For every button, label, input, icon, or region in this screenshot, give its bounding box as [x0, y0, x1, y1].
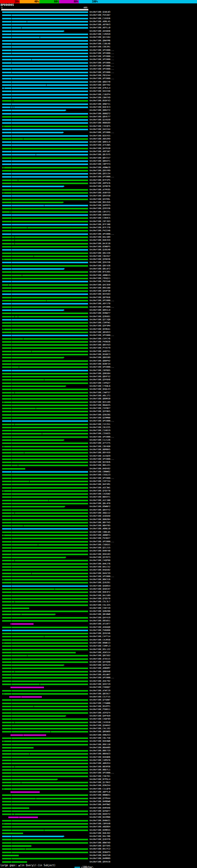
- subject-label[interactable]: UniRef100_UPI000...: [90, 299, 114, 302]
- alignment-bar[interactable]: [2, 833, 23, 834]
- alignment-bar[interactable]: [2, 132, 63, 133]
- subject-label[interactable]: UniRef100_C4YT14: [90, 635, 110, 638]
- subject-label[interactable]: UniRef100_UPI000...: [90, 677, 114, 679]
- alignment-bar[interactable]: [2, 830, 88, 831]
- subject-label[interactable]: UniRef100_P93346: [90, 280, 110, 283]
- alignment-bar[interactable]: [2, 91, 88, 92]
- alignment-bar[interactable]: [2, 103, 88, 105]
- subject-label[interactable]: UniRef100_Q8WYM6: [90, 39, 110, 42]
- subject-label[interactable]: UniRef100_Q16YF6: [90, 838, 110, 841]
- alignment-bar[interactable]: [2, 848, 88, 850]
- subject-label[interactable]: UniRef100_Q60M20: [90, 398, 110, 400]
- subject-label[interactable]: UniRef100_Q3F5M4: [90, 324, 110, 327]
- alignment-bar[interactable]: [2, 43, 88, 45]
- alignment-bar[interactable]: [2, 456, 88, 457]
- subject-label[interactable]: UniRef100_Q38Z8G: [90, 413, 110, 416]
- subject-label[interactable]: UniRef100_Q801L9: [90, 141, 110, 144]
- subject-label[interactable]: UniRef100_A5K514: [90, 651, 110, 654]
- subject-label[interactable]: UniRef100_Q376T3: [90, 556, 110, 559]
- subject-label[interactable]: UniRef100_C9SQ11: [90, 277, 110, 280]
- subject-label[interactable]: UniRef100_UPI000...: [90, 366, 114, 369]
- subject-label[interactable]: UniRef100_C1J126: [90, 439, 110, 441]
- alignment-bar[interactable]: [2, 715, 65, 717]
- alignment-bar[interactable]: [2, 509, 88, 511]
- alignment-bar[interactable]: [2, 68, 88, 70]
- alignment-bar[interactable]: [2, 839, 88, 840]
- subject-label[interactable]: UniRef100_UPI000...: [90, 306, 114, 309]
- subject-label[interactable]: UniRef100_Q93134: [90, 173, 110, 175]
- alignment-bar[interactable]: [2, 436, 88, 438]
- subject-label[interactable]: UniRef100_Q2A042: [90, 724, 110, 727]
- subject-label[interactable]: UniRef100_UPI000...: [90, 68, 114, 70]
- alignment-bar[interactable]: [2, 163, 88, 165]
- subject-label[interactable]: UniRef100_Q5DCH7: [90, 588, 110, 591]
- subject-label[interactable]: UniRef100_B4KJD2: [90, 832, 110, 835]
- subject-label[interactable]: UniRef100_O42248: [90, 90, 110, 93]
- alignment-bar[interactable]: [2, 30, 63, 32]
- alignment-bar[interactable]: [2, 246, 88, 248]
- subject-label[interactable]: UniRef100_C5DGU1: [90, 544, 110, 546]
- alignment-bar[interactable]: [2, 341, 88, 343]
- subject-label[interactable]: UniRef100_A8XZR9: [90, 137, 110, 141]
- alignment-bar[interactable]: [2, 427, 88, 428]
- alignment-bar[interactable]: [2, 664, 63, 666]
- subject-label[interactable]: UniRef100_Q26UD1: [90, 315, 110, 318]
- subject-label[interactable]: UniRef100_Q5QLE3: [90, 388, 110, 391]
- alignment-bar[interactable]: [2, 452, 88, 454]
- alignment-bar[interactable]: [2, 690, 88, 691]
- subject-label[interactable]: UniRef100_Q16Z81: [90, 581, 110, 584]
- alignment-bar[interactable]: [2, 487, 88, 489]
- alignment-bar[interactable]: [2, 50, 88, 51]
- alignment-bar[interactable]: [2, 259, 88, 260]
- subject-label[interactable]: UniRef100_B4FVM1: [90, 483, 110, 486]
- subject-label[interactable]: UniRef100_C5KY19: [90, 607, 110, 610]
- alignment-bar[interactable]: [2, 560, 88, 561]
- alignment-bar[interactable]: [2, 810, 88, 812]
- subject-label[interactable]: UniRef100_Q2V99L: [90, 198, 110, 201]
- alignment-bar[interactable]: [2, 414, 88, 416]
- alignment-bar[interactable]: [2, 525, 88, 527]
- subject-label[interactable]: UniRef100_B0WBX1: [90, 794, 110, 797]
- alignment-bar[interactable]: [2, 439, 63, 441]
- subject-label[interactable]: UniRef100_Q6EEB9: [90, 356, 110, 359]
- alignment-bar[interactable]: [2, 240, 88, 241]
- alignment-bar[interactable]: [2, 186, 63, 187]
- subject-label[interactable]: UniRef100_Q01BW0: [90, 613, 110, 616]
- subject-label[interactable]: UniRef100_C0Z2G7: [90, 255, 110, 258]
- subject-label[interactable]: UniRef100_B6AH09: [90, 746, 110, 749]
- subject-label[interactable]: UniRef100_Q7PR44: [90, 797, 110, 800]
- alignment-bar[interactable]: [2, 224, 88, 225]
- alignment-bar[interactable]: [10, 623, 34, 625]
- alignment-bar[interactable]: [2, 116, 88, 118]
- alignment-bar[interactable]: [2, 205, 88, 206]
- alignment-bar[interactable]: [2, 284, 88, 286]
- alignment-bar[interactable]: [2, 275, 88, 276]
- alignment-bar[interactable]: [2, 655, 88, 656]
- alignment-bar[interactable]: [2, 652, 76, 653]
- subject-label[interactable]: UniRef100_C8V4D0: [90, 445, 110, 448]
- subject-label[interactable]: UniRef100_Q891L8: [90, 309, 110, 312]
- subject-label[interactable]: UniRef100_B7FJT0: [90, 226, 110, 229]
- alignment-bar[interactable]: [2, 420, 88, 422]
- alignment-bar[interactable]: [2, 53, 88, 54]
- subject-label[interactable]: UniRef100_Q3FBX6: [90, 378, 110, 381]
- alignment-bar[interactable]: [2, 278, 88, 279]
- subject-label[interactable]: UniRef100_B4E3C3: [90, 106, 110, 109]
- subject-label[interactable]: UniRef100_UPI000...: [90, 477, 114, 480]
- alignment-bar[interactable]: [2, 398, 88, 400]
- subject-label[interactable]: UniRef100_Q2GY19: [90, 683, 110, 686]
- alignment-bar[interactable]: [2, 40, 88, 41]
- alignment-bar[interactable]: [2, 265, 88, 267]
- subject-label[interactable]: UniRef100_B4GYV8: [90, 854, 110, 857]
- alignment-bar[interactable]: [2, 313, 88, 314]
- subject-label[interactable]: UniRef100_A7RJL4: [90, 87, 110, 90]
- subject-label[interactable]: UniRef100_P38011: [90, 708, 110, 711]
- subject-label[interactable]: UniRef100_UPI000...: [90, 233, 114, 236]
- alignment-bar[interactable]: [2, 627, 88, 628]
- subject-label[interactable]: UniRef100_C5MFL3: [90, 645, 110, 648]
- alignment-bar[interactable]: [2, 97, 88, 98]
- alignment-bar[interactable]: [2, 221, 88, 222]
- alignment-bar[interactable]: [2, 145, 88, 146]
- subject-label[interactable]: UniRef100_UPI000...: [90, 772, 114, 774]
- subject-label[interactable]: UniRef100_A9NWJ9: [90, 166, 110, 169]
